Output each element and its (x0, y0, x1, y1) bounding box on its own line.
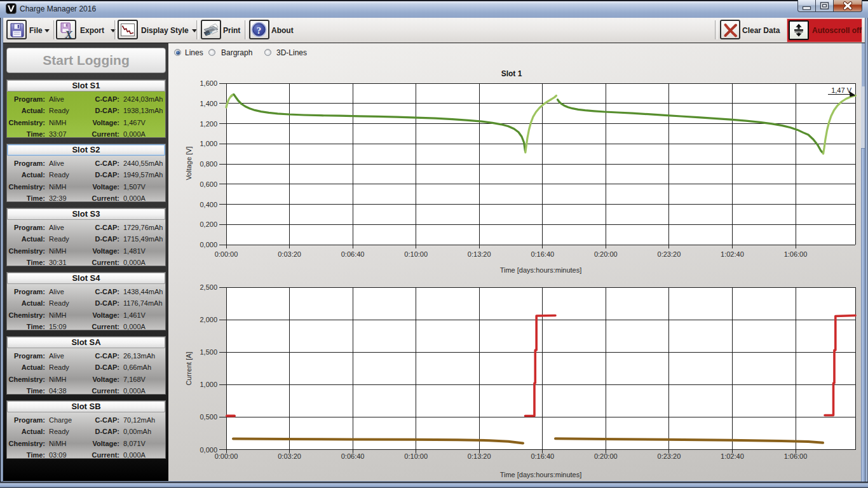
svg-text:X: X (65, 29, 73, 40)
svg-text:?: ? (257, 25, 262, 36)
